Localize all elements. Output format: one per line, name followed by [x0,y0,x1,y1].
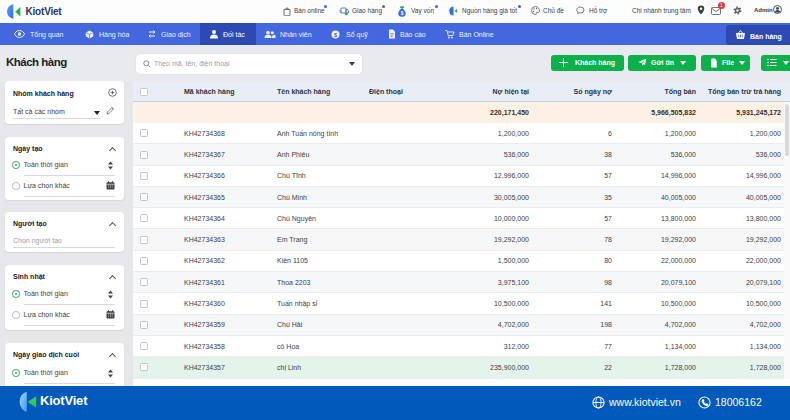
svg-text:$: $ [334,31,337,37]
svg-text:$: $ [401,10,404,15]
